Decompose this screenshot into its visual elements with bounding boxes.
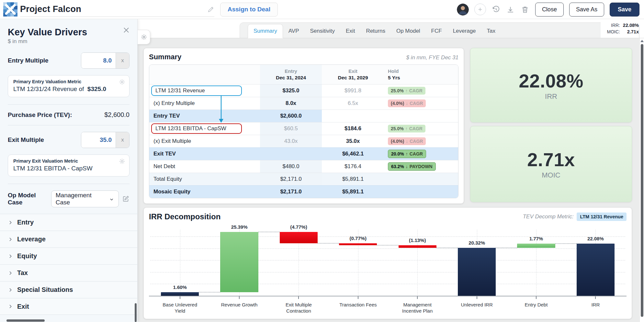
sidebar-item-label: Equity: [17, 252, 37, 260]
change-badge: 25.0%↑CAGR: [388, 87, 425, 95]
scroll-up-arrow-icon[interactable]: [640, 40, 644, 42]
sidebar-item-entry[interactable]: Entry: [0, 214, 137, 231]
op-model-edit-icon[interactable]: [122, 195, 130, 203]
avatar[interactable]: [457, 4, 469, 16]
panel-units: $ in mm: [8, 38, 130, 45]
row-label: Mosaic Equity: [153, 189, 190, 195]
table-cell: (4.0%)↓CAGR: [384, 97, 458, 109]
row-label: Exit TEV: [153, 151, 176, 157]
table-cell: $184.6: [322, 122, 384, 135]
op-model-case-value: Management Case: [56, 192, 106, 206]
table-cell: 63.2%↓PAYDOWN: [384, 160, 458, 173]
sidebar-item-leverage[interactable]: Leverage: [0, 231, 137, 247]
app-logo-icon: [3, 2, 17, 17]
sidebar-item-equity[interactable]: Equity: [0, 247, 137, 264]
tab-sensitivity[interactable]: Sensitivity: [305, 24, 341, 38]
arrow-up-icon: ↑: [405, 88, 408, 93]
badge-text: CAGR: [410, 151, 423, 156]
tab-exit[interactable]: Exit: [340, 24, 360, 38]
table-cell: [384, 110, 458, 122]
panel-settings-tab[interactable]: [138, 30, 150, 44]
table-cell: [322, 110, 384, 122]
gear-icon[interactable]: [119, 158, 125, 165]
cell-value: 8.0x: [286, 100, 296, 107]
category-label: Exit Multiple Contraction: [269, 296, 328, 314]
waterfall-bar-red: [280, 232, 318, 243]
badge-text: CAGR: [410, 101, 423, 106]
irr-decomposition-card: IRR Decomposition TEV Decomp Metric: LTM…: [143, 207, 632, 319]
sidebar-item-tax[interactable]: Tax: [0, 264, 137, 281]
decomposition-title: IRR Decomposition: [149, 212, 220, 221]
category-label-text: Revenue Growth: [218, 302, 261, 308]
sidebar-item-label: Leverage: [17, 236, 46, 243]
table-cell: LTM 12/31 EBITDA - CapSW: [149, 122, 260, 135]
axis-tick: [536, 296, 537, 299]
waterfall-connector: [199, 292, 220, 293]
cell-value: $991.8: [345, 87, 361, 94]
exit-valuation-metric-card[interactable]: Primary Exit Valuation Metric LTM 12/31 …: [8, 155, 130, 177]
page-title: Project Falcon: [20, 4, 81, 14]
irr-value: 22.08%: [519, 70, 583, 92]
axis-tick: [358, 296, 358, 299]
table-cell: Total Equity: [149, 173, 260, 185]
irr-mini-label: IRR:: [611, 23, 620, 28]
table-row: LTM 12/31 EBITDA - CapSW$60.5$184.625.0%…: [149, 122, 458, 135]
download-icon[interactable]: [506, 5, 515, 14]
waterfall-connector: [555, 243, 577, 244]
entry-valuation-metric-card[interactable]: Primary Entry Valuation Metric LTM 12/31…: [8, 75, 130, 97]
horizontal-scrollbar-thumb[interactable]: [6, 319, 45, 322]
sidebar-item-label: Exit: [17, 303, 29, 310]
tab-leverage[interactable]: Leverage: [447, 24, 481, 38]
op-model-case-select[interactable]: Management Case: [51, 190, 119, 207]
panel-close-icon[interactable]: [122, 26, 130, 34]
category-label-text: Base Unlevered Yield: [159, 302, 201, 314]
tev-decomp-metric-tag[interactable]: LTM 12/31 Revenue: [577, 213, 627, 221]
x-axis-baseline: [149, 296, 627, 296]
sidebar-scrollbar-thumb[interactable]: [135, 303, 137, 322]
table-cell: $5,891.1: [322, 173, 384, 185]
waterfall-connector: [258, 232, 280, 232]
sidebar-item-exit[interactable]: Exit: [0, 298, 137, 315]
version-history-icon[interactable]: [491, 5, 501, 14]
tab-tax[interactable]: Tax: [481, 24, 501, 38]
sidebar-item-label: Entry: [17, 219, 34, 226]
table-cell: Exit TEV: [149, 148, 260, 160]
add-collaborator-icon[interactable]: [474, 4, 486, 15]
bar-value-label: 25.39%: [209, 224, 269, 230]
vertical-scrollbar[interactable]: [639, 38, 644, 322]
tab-avp[interactable]: AVP: [283, 24, 305, 38]
category-label-text: Unlevered IRR: [456, 302, 498, 308]
bar-value-label: (1.13%): [388, 237, 447, 243]
table-cell: $60.5: [260, 122, 322, 135]
tab-summary[interactable]: Summary: [248, 24, 283, 38]
assign-to-deal-button[interactable]: Assign to Deal: [220, 3, 278, 17]
chevron-right-icon: [8, 220, 13, 225]
sidebar-item-special-situations[interactable]: Special Situations: [0, 281, 137, 298]
category-label-text: IRR: [574, 302, 617, 308]
table-cell: 43.0x: [260, 135, 322, 147]
tab-returns[interactable]: Returns: [360, 24, 391, 38]
category-label: Revenue Growth: [209, 296, 269, 314]
save-button[interactable]: Save: [610, 3, 639, 17]
gear-icon[interactable]: [119, 79, 125, 85]
trash-icon[interactable]: [521, 5, 530, 14]
tab-fcf[interactable]: FCF: [426, 24, 447, 38]
table-cell: [260, 148, 322, 160]
vertical-scrollbar-thumb[interactable]: [641, 44, 643, 317]
axis-tick: [180, 296, 180, 299]
cell-value: $2,171.0: [280, 189, 301, 195]
entry-multiple-input[interactable]: [81, 53, 116, 68]
bar-value-label: 1.60%: [150, 284, 209, 290]
tab-op-model[interactable]: Op Model: [391, 24, 426, 38]
title-field[interactable]: Project Falcon: [20, 2, 214, 17]
waterfall-connector: [496, 247, 517, 248]
panel-title: Key Value Drivers: [8, 27, 130, 38]
table-cell: 20.0%↑CAGR: [384, 148, 458, 160]
hold-column-label: Hold: [388, 68, 399, 74]
row-label: Entry TEV: [153, 113, 180, 119]
close-button[interactable]: Close: [535, 3, 564, 17]
category-label-text: Exit Multiple Contraction: [277, 302, 320, 314]
exit-multiple-input[interactable]: [81, 132, 116, 148]
edit-title-pencil-icon[interactable]: [207, 6, 214, 13]
save-as-button[interactable]: Save As: [569, 3, 604, 17]
